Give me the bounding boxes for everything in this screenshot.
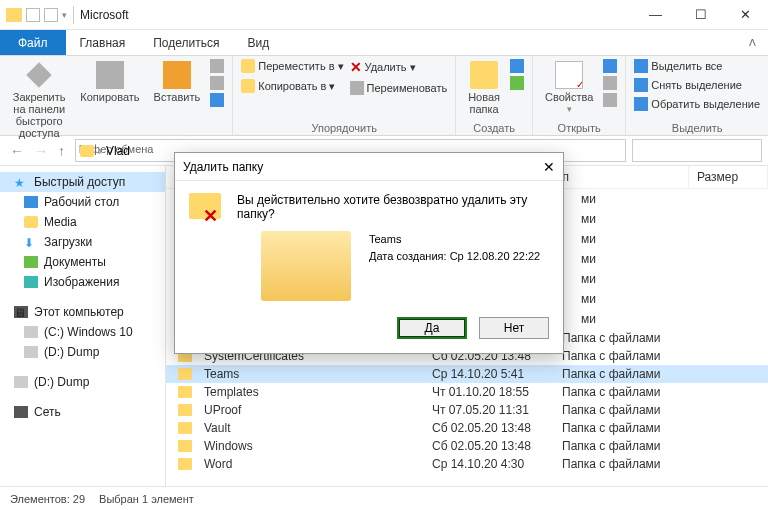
copy-path-button[interactable] xyxy=(210,76,224,90)
edit-button[interactable] xyxy=(603,76,617,90)
back-button[interactable]: ← xyxy=(10,143,24,159)
sidebar-drive-d[interactable]: (D:) Dump xyxy=(0,342,165,362)
maximize-button[interactable]: ☐ xyxy=(678,0,723,29)
file-type: Папка с файлами xyxy=(554,384,704,400)
file-row[interactable]: WindowsСб 02.05.20 13:48Папка с файлами xyxy=(166,437,768,455)
new-folder-button[interactable]: Новая папка xyxy=(464,59,504,117)
copy-button[interactable]: Копировать xyxy=(76,59,143,105)
navigation-pane: ★Быстрый доступ Рабочий стол Media ⬇Загр… xyxy=(0,166,166,486)
file-row[interactable]: TemplatesЧт 01.10.20 18:55Папка с файлам… xyxy=(166,383,768,401)
delete-button[interactable]: ✕Удалить ▾ xyxy=(350,59,448,75)
history-button[interactable] xyxy=(603,93,617,107)
file-name: Windows xyxy=(196,438,424,454)
item-count: Элементов: 29 xyxy=(10,493,85,505)
sidebar-drive-c[interactable]: (C:) Windows 10 xyxy=(0,322,165,342)
copy-icon xyxy=(96,61,124,89)
pin-button[interactable]: Закрепить на панели быстрого доступа xyxy=(8,59,70,141)
file-date: Чт 07.05.20 11:31 xyxy=(424,402,554,418)
qat-button[interactable] xyxy=(26,8,40,22)
up-button[interactable]: ↑ xyxy=(58,143,65,159)
invert-selection-button[interactable]: Обратить выделение xyxy=(634,97,760,111)
tab-view[interactable]: Вид xyxy=(233,30,283,55)
column-size[interactable]: Размер xyxy=(689,166,768,188)
search-input[interactable] xyxy=(632,139,762,162)
sidebar-pictures[interactable]: Изображения xyxy=(0,272,165,292)
ribbon-tabs: Файл Главная Поделиться Вид ᐱ xyxy=(0,30,768,56)
yes-button[interactable]: Да xyxy=(397,317,467,339)
folder-icon xyxy=(178,386,192,398)
group-new: Новая папка Создать xyxy=(456,56,533,135)
new-item-button[interactable] xyxy=(510,59,524,73)
delete-icon: ✕ xyxy=(350,59,362,75)
tab-share[interactable]: Поделиться xyxy=(139,30,233,55)
dialog-question: Вы действительно хотите безвозвратно уда… xyxy=(237,193,549,221)
sidebar-downloads[interactable]: ⬇Загрузки xyxy=(0,232,165,252)
title-bar: ▾ Microsoft — ☐ ✕ xyxy=(0,0,768,30)
group-label: Создать xyxy=(464,122,524,134)
sidebar-network[interactable]: Сеть xyxy=(0,402,165,422)
drive-icon xyxy=(14,376,28,388)
group-open: ✓ Свойства ▾ Открыть xyxy=(533,56,626,135)
select-none-button[interactable]: Снять выделение xyxy=(634,78,760,92)
tab-file[interactable]: Файл xyxy=(0,30,66,55)
sidebar-drive-d2[interactable]: (D:) Dump xyxy=(0,372,165,392)
file-date: Сб 02.05.20 13:48 xyxy=(424,438,554,454)
ribbon-collapse-icon[interactable]: ᐱ xyxy=(737,30,768,55)
file-row[interactable]: WordСр 14.10.20 4:30Папка с файлами xyxy=(166,455,768,473)
rename-button[interactable]: Переименовать xyxy=(350,81,448,95)
file-date: Ср 14.10.20 5:41 xyxy=(424,366,554,382)
copy-to-icon xyxy=(241,79,255,93)
open-icon xyxy=(603,59,617,73)
sidebar-desktop[interactable]: Рабочий стол xyxy=(0,192,165,212)
folder-icon xyxy=(24,216,38,228)
sidebar-documents[interactable]: Документы xyxy=(0,252,165,272)
file-name: Word xyxy=(196,456,424,472)
close-button[interactable]: ✕ xyxy=(723,0,768,29)
invert-icon xyxy=(634,97,648,111)
file-name: Teams xyxy=(196,366,424,382)
obscured-type: ми xyxy=(581,269,596,289)
cut-button[interactable] xyxy=(210,59,224,73)
sidebar-this-pc[interactable]: 🖥Этот компьютер xyxy=(0,302,165,322)
copy-to-button[interactable]: Копировать в ▾ xyxy=(241,79,343,93)
file-date: Ср 14.10.20 4:30 xyxy=(424,456,554,472)
tab-home[interactable]: Главная xyxy=(66,30,140,55)
select-all-button[interactable]: Выделить все xyxy=(634,59,760,73)
no-button[interactable]: Нет xyxy=(479,317,549,339)
folder-icon xyxy=(178,368,192,380)
dialog-close-button[interactable]: ✕ xyxy=(543,159,555,175)
file-row[interactable]: UProofЧт 07.05.20 11:31Папка с файлами xyxy=(166,401,768,419)
file-row[interactable]: VaultСб 02.05.20 13:48Папка с файлами xyxy=(166,419,768,437)
qat-button[interactable] xyxy=(44,8,58,22)
dialog-created-date: Дата создания: Ср 12.08.20 22:22 xyxy=(369,248,540,265)
paste-shortcut-button[interactable] xyxy=(210,93,224,107)
sidebar-media[interactable]: Media xyxy=(0,212,165,232)
folder-preview-icon xyxy=(261,231,351,301)
history-icon xyxy=(603,93,617,107)
pin-icon xyxy=(26,62,51,87)
file-row[interactable]: TeamsСр 14.10.20 5:41Папка с файлами xyxy=(166,365,768,383)
obscured-type: ми xyxy=(581,229,596,249)
sidebar-quick-access[interactable]: ★Быстрый доступ xyxy=(0,172,165,192)
properties-button[interactable]: ✓ Свойства ▾ xyxy=(541,59,597,117)
file-type: Папка с файлами xyxy=(554,402,704,418)
file-type: Папка с файлами xyxy=(554,420,704,436)
group-select: Выделить все Снять выделение Обратить вы… xyxy=(626,56,768,135)
forward-button[interactable]: → xyxy=(34,143,48,159)
obscured-type: ми xyxy=(581,309,596,329)
file-type: Папка с файлами xyxy=(554,348,704,364)
breadcrumb[interactable]: Vlad xyxy=(106,144,130,158)
minimize-button[interactable]: — xyxy=(633,0,678,29)
folder-icon xyxy=(178,422,192,434)
path-icon xyxy=(210,76,224,90)
desktop-icon xyxy=(24,196,38,208)
qat-dropdown-icon[interactable]: ▾ xyxy=(62,10,67,20)
file-type: Папка с файлами xyxy=(554,438,704,454)
folder-icon xyxy=(178,404,192,416)
open-button[interactable] xyxy=(603,59,617,73)
obscured-type: ми xyxy=(581,189,596,209)
move-to-button[interactable]: Переместить в ▾ xyxy=(241,59,343,73)
paste-button[interactable]: Вставить xyxy=(150,59,205,105)
easy-access-button[interactable] xyxy=(510,76,524,90)
dialog-title: Удалить папку xyxy=(183,160,263,174)
